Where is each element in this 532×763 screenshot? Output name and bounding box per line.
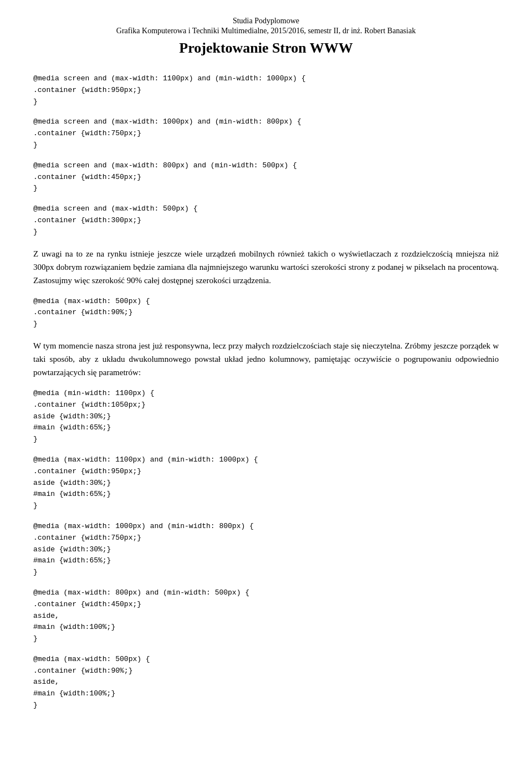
code-block-1: @media screen and (max-width: 1100px) an…	[33, 73, 499, 107]
paragraph-2: W tym momencie nasza strona jest już res…	[33, 339, 499, 379]
code-block-9: @media (max-width: 800px) and (min-width…	[33, 587, 499, 645]
code-block-6: @media (min-width: 1100px) { .container …	[33, 388, 499, 445]
code-block-5: @media (max-width: 500px) { .container {…	[33, 296, 499, 330]
code-block-10: @media (max-width: 500px) { .container {…	[33, 654, 499, 711]
header-title: Projektowanie Stron WWW	[33, 40, 499, 57]
code-block-3: @media screen and (max-width: 800px) and…	[33, 160, 499, 194]
code-block-2: @media screen and (max-width: 1000px) an…	[33, 116, 499, 151]
header-line1: Studia Podyplomowe	[33, 17, 499, 25]
header-line2: Grafika Komputerowa i Techniki Multimedi…	[33, 27, 499, 35]
page-header: Studia Podyplomowe Grafika Komputerowa i…	[33, 17, 499, 57]
code-block-4: @media screen and (max-width: 500px) { .…	[33, 203, 499, 238]
code-block-8: @media (max-width: 1000px) and (min-widt…	[33, 521, 499, 578]
code-block-7: @media (max-width: 1100px) and (min-widt…	[33, 454, 499, 512]
paragraph-1: Z uwagi na to ze na rynku istnieje jeszc…	[33, 247, 499, 287]
